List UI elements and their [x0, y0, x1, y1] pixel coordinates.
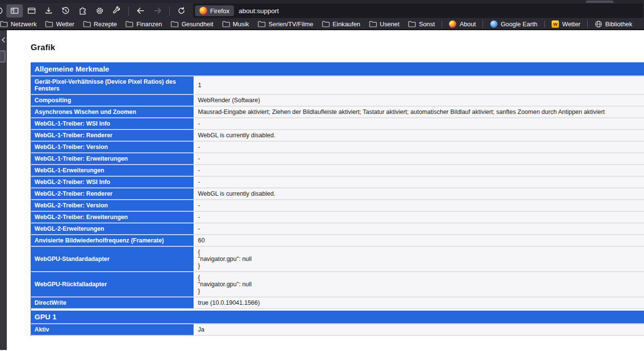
row-label: Compositing	[31, 95, 195, 107]
collapsed-sidebar[interactable]	[0, 30, 7, 350]
row-value: -	[195, 142, 644, 153]
table-row: Compositing WebRender (Software)	[31, 95, 644, 107]
row-value: -	[195, 118, 644, 130]
row-value: WebRender (Software)	[195, 95, 644, 107]
bookmarks-toolbar: Netzwerk Wetter	[0, 18, 644, 30]
row-label: DirectWrite	[31, 297, 195, 309]
url-bar[interactable]: Firefox about:support	[193, 3, 643, 18]
row-value: -	[195, 223, 644, 235]
bookmarks-separator	[483, 20, 483, 28]
folder-icon	[0, 20, 8, 28]
row-label: WebGL-1-Treiber: Erweiterungen	[31, 153, 195, 165]
extensions-icon[interactable]	[74, 4, 91, 18]
bookmark-label: Bibliothek	[605, 20, 632, 28]
bookmark-item[interactable]: Finanzen	[121, 19, 166, 29]
section-header-gpu-1: GPU 1	[31, 309, 644, 324]
url-text: about:support	[239, 7, 279, 15]
section-rows: Aktiv Ja	[31, 324, 644, 336]
bookmark-item[interactable]: Einkaufen	[318, 19, 365, 29]
sidebar-thumbnail[interactable]	[0, 51, 5, 62]
active-tab-remnant[interactable]	[586, 0, 614, 3]
row-value: true (10.0.19041.1566)	[195, 297, 644, 309]
table-row: WebGL-2-Treiber: WSI Info -	[31, 177, 644, 188]
back-icon[interactable]	[132, 4, 149, 18]
bookmark-item[interactable]: Rezepte	[79, 19, 122, 29]
bookmark-item[interactable]: Sonst	[404, 19, 439, 29]
bookmarks-separator	[442, 20, 442, 28]
bookmark-label: Finanzen	[136, 20, 162, 28]
graphics-table: Allgemeine Merkmale Gerät-Pixel-Verhältn…	[31, 62, 644, 336]
bookmark-item[interactable]: About	[445, 19, 480, 29]
folder-icon	[258, 20, 266, 28]
table-row: Aktiv Ja	[31, 324, 644, 336]
table-row: WebGL-1-Treiber: Version -	[31, 142, 644, 153]
table-row: WebGL-2-Erweiterungen -	[31, 223, 644, 235]
bookmark-item[interactable]: Google Earth	[485, 19, 541, 29]
bookmarks-separator	[587, 20, 588, 28]
toolbar-separator	[169, 6, 170, 16]
bookmark-label: Einkaufen	[333, 20, 360, 28]
identity-chip[interactable]: Firefox	[195, 5, 234, 16]
section-header-allgemeine-merkmale: Allgemeine Merkmale	[31, 63, 644, 76]
bookmark-item[interactable]: Netzwerk	[0, 19, 41, 29]
row-label: WebGL-1-Erweiterungen	[31, 165, 195, 177]
row-value: 60	[195, 235, 644, 247]
forward-icon[interactable]	[149, 4, 166, 18]
wrench-icon[interactable]	[108, 4, 125, 18]
row-value: { "navigator.gpu": null }	[195, 272, 644, 297]
bookmark-item[interactable]: Usenet	[365, 19, 404, 29]
bookmark-item[interactable]: Serien/TV/Filme	[253, 19, 318, 29]
content-area: Grafik Allgemeine Merkmale Gerät-Pixel-V…	[0, 30, 644, 350]
section-rows: Gerät-Pixel-Verhältnisse (Device Pixel R…	[31, 76, 644, 309]
row-label: WebGL-1-Treiber: Version	[31, 142, 195, 153]
bookmark-label: Google Earth	[501, 20, 537, 28]
row-label: WebGL-2-Treiber: Erweiterungen	[31, 212, 195, 223]
row-value: 1	[195, 76, 644, 95]
globe-icon	[490, 20, 498, 28]
row-value: WebGL is currently disabled.	[195, 130, 644, 142]
folder-icon	[369, 20, 377, 28]
bookmark-item[interactable]: Wetter	[547, 19, 585, 29]
bookmarks-separator	[544, 20, 545, 28]
row-label: WebGPU-Standardadapter	[31, 247, 195, 272]
table-row: WebGL-1-Treiber: WSI Info -	[31, 118, 644, 130]
row-label: WebGL-2-Erweiterungen	[31, 223, 195, 235]
bookmark-item[interactable]: Gesundheit	[166, 19, 217, 29]
row-value: WebGL is currently disabled.	[195, 188, 644, 200]
bookmark-label: Serien/TV/Filme	[268, 20, 313, 28]
folder-icon	[408, 20, 416, 28]
toolbar-separator	[128, 6, 129, 16]
folder-icon	[222, 20, 230, 28]
row-label: WebGL-2-Treiber: Version	[31, 200, 195, 212]
table-row: WebGL-2-Treiber: Renderer WebGL is curre…	[31, 188, 644, 200]
bookmark-label: Wetter	[562, 20, 580, 28]
bookmark-label: Wetter	[56, 20, 74, 28]
profile-icon[interactable]	[0, 4, 6, 18]
bookmark-item[interactable]: Wetter	[41, 19, 78, 29]
table-row: Anvisierte Bildwiederholfrequenz (Framer…	[31, 235, 644, 247]
table-row: WebGL-2-Treiber: Version -	[31, 200, 644, 212]
download-icon[interactable]	[40, 4, 57, 18]
settings-gear-icon[interactable]	[91, 4, 108, 18]
chevron-left-icon[interactable]	[1, 37, 6, 43]
weather-icon	[552, 20, 559, 28]
globe-outline-icon	[594, 20, 602, 28]
row-value: Mausrad-Eingabe aktiviert; Ziehen der Bi…	[195, 107, 644, 118]
row-value: -	[195, 212, 644, 223]
row-label: WebGPU-Rückfalladapter	[31, 272, 195, 297]
table-row: Gerät-Pixel-Verhältnisse (Device Pixel R…	[31, 76, 644, 95]
bookmark-item[interactable]: Musik	[218, 19, 253, 29]
row-label: WebGL-1-Treiber: Renderer	[31, 130, 195, 142]
firefox-icon	[449, 20, 457, 28]
window-icon[interactable]	[23, 4, 40, 18]
bookmark-label: Rezepte	[94, 20, 117, 28]
row-value: Ja	[195, 324, 644, 336]
sidebar-icon[interactable]	[6, 4, 23, 18]
reload-icon[interactable]	[173, 4, 190, 18]
row-value: { "navigator.gpu": null }	[195, 247, 644, 272]
bookmark-item[interactable]: Bibliothek	[590, 19, 637, 29]
history-icon[interactable]	[57, 4, 74, 18]
row-value: -	[195, 153, 644, 165]
bookmark-label: Sonst	[419, 20, 435, 28]
bookmark-label: Netzwerk	[11, 20, 36, 28]
